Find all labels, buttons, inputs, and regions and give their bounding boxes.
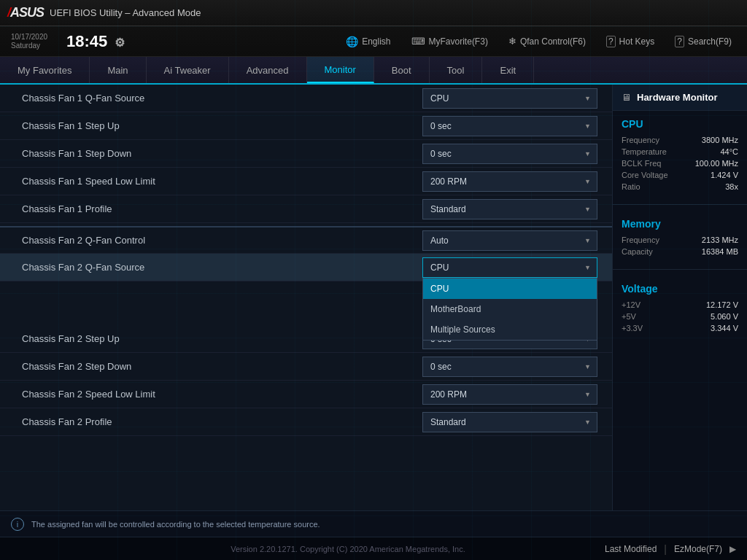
- chassis-fan2-profile-label: Chassis Fan 2 Profile: [22, 416, 422, 427]
- chassis-fan2-step-down-dropdown[interactable]: 0 sec: [422, 357, 597, 377]
- chassis-fan2-step-down-control: 0 sec: [422, 357, 597, 377]
- hardware-monitor-sidebar: 🖥 Hardware Monitor CPU Frequency 3800 MH…: [612, 85, 747, 510]
- 12v-row: +12V 12.172 V: [622, 300, 738, 309]
- chassis-fan2-profile-control: Standard: [422, 412, 597, 432]
- tab-main[interactable]: Main: [90, 57, 146, 83]
- bottom-bar: Version 2.20.1271. Copyright (C) 2020 Am…: [0, 537, 747, 560]
- tab-ai-tweaker[interactable]: Ai Tweaker: [147, 57, 229, 83]
- ez-mode-button[interactable]: EzMode(F7): [667, 541, 729, 557]
- bclk-value: 100.00 MHz: [695, 159, 738, 168]
- header: /ASUS UEFI BIOS Utility – Advanced Mode: [0, 0, 747, 26]
- myfavorite-label: MyFavorite(F3): [429, 36, 488, 47]
- 5v-row: +5V 5.060 V: [622, 312, 738, 321]
- row-chassis-fan2-step-down: Chassis Fan 2 Step Down 0 sec: [0, 353, 612, 381]
- app-title: UEFI BIOS Utility – Advanced Mode: [50, 7, 201, 18]
- ratio-row: Ratio 38x: [622, 182, 738, 191]
- chassis-fan2-speed-low-label: Chassis Fan 2 Speed Low Limit: [22, 389, 422, 400]
- chassis-fan2-step-up-label: Chassis Fan 2 Step Up: [22, 333, 422, 344]
- row-chassis-fan1-step-down: Chassis Fan 1 Step Down 0 sec: [0, 140, 612, 168]
- monitor-icon: 🖥: [622, 92, 631, 103]
- dropdown-option-motherboard[interactable]: MotherBoard: [423, 299, 597, 319]
- chassis-fan2-source-dropdown[interactable]: CPU: [422, 257, 597, 278]
- chassis-fan1-source-control: CPU: [422, 88, 597, 109]
- core-voltage-value: 1.424 V: [711, 171, 738, 179]
- last-modified-button[interactable]: Last Modified: [597, 541, 664, 557]
- content-area: Chassis Fan 1 Q-Fan Source CPU Chassis F…: [0, 85, 612, 510]
- capacity-value: 16384 MB: [702, 247, 738, 256]
- capacity-label: Capacity: [622, 247, 653, 256]
- cpu-temperature-row: Temperature 44°C: [622, 147, 738, 156]
- hotkeys-icon: ?: [606, 36, 616, 47]
- tab-monitor[interactable]: Monitor: [307, 57, 374, 83]
- dropdown-option-cpu[interactable]: CPU: [423, 279, 597, 299]
- cpu-temperature-label: Temperature: [622, 147, 667, 156]
- day: Saturday: [11, 42, 47, 50]
- chassis-fan1-source-label: Chassis Fan 1 Q-Fan Source: [22, 93, 422, 104]
- chassis-fan1-step-up-dropdown[interactable]: 0 sec: [422, 116, 597, 136]
- chassis-fan1-speed-low-label: Chassis Fan 1 Speed Low Limit: [22, 176, 422, 187]
- date-display: 10/17/2020 Saturday: [11, 33, 47, 50]
- core-voltage-row: Core Voltage 1.424 V: [622, 171, 738, 179]
- 5v-label: +5V: [622, 312, 636, 321]
- cpu-section: CPU Frequency 3800 MHz Temperature 44°C …: [613, 111, 747, 198]
- myfavorite-button[interactable]: ⌨ MyFavorite(F3): [407, 34, 492, 49]
- voltage-section: Voltage +12V 12.172 V +5V 5.060 V +3.3V …: [613, 276, 747, 340]
- settings-table: Chassis Fan 1 Q-Fan Source CPU Chassis F…: [0, 85, 612, 436]
- english-button[interactable]: 🌐 English: [341, 34, 395, 50]
- hotkeys-button[interactable]: ? Hot Keys: [602, 34, 659, 50]
- time-display: 18:45 ⚙: [66, 32, 125, 51]
- settings-icon[interactable]: ⚙: [115, 36, 125, 49]
- chassis-fan2-control-dropdown[interactable]: Auto: [422, 230, 597, 251]
- tab-my-favorites[interactable]: My Favorites: [0, 57, 90, 83]
- search-button[interactable]: ? Search(F9): [670, 34, 736, 50]
- row-chassis-fan1-speed-low: Chassis Fan 1 Speed Low Limit 200 RPM: [0, 168, 612, 195]
- row-chassis-fan2-profile: Chassis Fan 2 Profile Standard: [0, 408, 612, 436]
- search-label: Search(F9): [688, 36, 732, 47]
- mem-frequency-row: Frequency 2133 MHz: [622, 236, 738, 244]
- qfan-button[interactable]: ❄ Qfan Control(F6): [504, 34, 590, 49]
- info-text: The assigned fan will be controlled acco…: [31, 520, 320, 529]
- chassis-fan2-step-down-label: Chassis Fan 2 Step Down: [22, 361, 422, 372]
- cpu-temperature-value: 44°C: [720, 147, 738, 156]
- hotkeys-label: Hot Keys: [619, 36, 655, 47]
- chassis-fan1-speed-low-control: 200 RPM: [422, 171, 597, 192]
- nav-tabs: My Favorites Main Ai Tweaker Advanced Mo…: [0, 57, 747, 85]
- dropdown-option-multiple-sources[interactable]: Multiple Sources: [423, 319, 597, 340]
- chassis-fan1-step-down-label: Chassis Fan 1 Step Down: [22, 148, 422, 159]
- tab-tool[interactable]: Tool: [430, 57, 483, 83]
- chassis-fan2-control-control: Auto: [422, 230, 597, 251]
- asus-logo: /ASUS: [7, 5, 44, 20]
- ratio-value: 38x: [725, 182, 738, 191]
- timebar: 10/17/2020 Saturday 18:45 ⚙ 🌐 English ⌨ …: [0, 26, 747, 57]
- memory-section: Memory Frequency 2133 MHz Capacity 16384…: [613, 211, 747, 263]
- info-bar: i The assigned fan will be controlled ac…: [0, 510, 747, 537]
- keyboard-icon: ⌨: [411, 36, 425, 47]
- tab-advanced[interactable]: Advanced: [229, 57, 307, 83]
- mem-frequency-label: Frequency: [622, 236, 659, 244]
- bclk-label: BCLK Freq: [622, 159, 661, 168]
- chassis-fan1-step-down-dropdown[interactable]: 0 sec: [422, 144, 597, 164]
- ez-mode-icon: ▶: [729, 544, 736, 554]
- memory-section-title: Memory: [622, 218, 738, 230]
- chassis-fan1-profile-label: Chassis Fan 1 Profile: [22, 203, 422, 214]
- tab-boot[interactable]: Boot: [374, 57, 430, 83]
- chassis-fan1-speed-low-dropdown[interactable]: 200 RPM: [422, 171, 597, 192]
- qfan-label: Qfan Control(F6): [520, 36, 586, 47]
- cpu-frequency-value: 3800 MHz: [702, 136, 738, 144]
- chassis-fan2-speed-low-dropdown[interactable]: 200 RPM: [422, 384, 597, 405]
- tab-exit[interactable]: Exit: [482, 57, 534, 83]
- mem-frequency-value: 2133 MHz: [702, 236, 738, 244]
- 33v-value: 3.344 V: [711, 324, 738, 332]
- row-chassis-fan1-profile: Chassis Fan 1 Profile Standard: [0, 195, 612, 223]
- chassis-fan1-step-up-control: 0 sec: [422, 116, 597, 136]
- chassis-fan1-source-dropdown[interactable]: CPU: [422, 88, 597, 109]
- sidebar-header: 🖥 Hardware Monitor: [613, 85, 747, 111]
- chassis-fan2-profile-dropdown[interactable]: Standard: [422, 412, 597, 432]
- 5v-value: 5.060 V: [711, 312, 738, 321]
- version-text: Version 2.20.1271. Copyright (C) 2020 Am…: [98, 545, 597, 553]
- chassis-fan1-profile-control: Standard: [422, 199, 597, 219]
- chassis-fan1-profile-dropdown[interactable]: Standard: [422, 199, 597, 219]
- timebar-controls: 🌐 English ⌨ MyFavorite(F3) ❄ Qfan Contro…: [341, 34, 736, 50]
- capacity-row: Capacity 16384 MB: [622, 247, 738, 256]
- english-label: English: [362, 36, 390, 47]
